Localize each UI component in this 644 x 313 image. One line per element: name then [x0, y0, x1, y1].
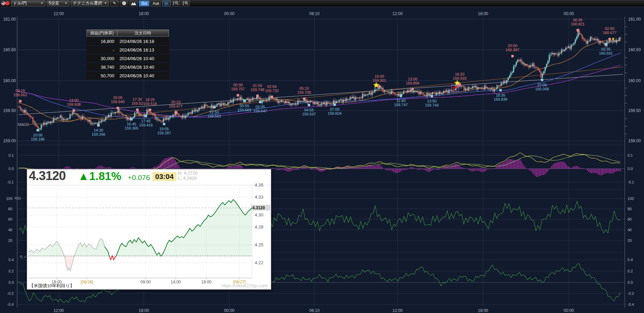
sell-marker — [511, 55, 514, 57]
svg-text:-0.1: -0.1 — [628, 180, 634, 184]
svg-text:14:00: 14:00 — [171, 280, 181, 284]
zoom-in-button[interactable] — [182, 1, 190, 6]
sell-marker — [237, 94, 239, 97]
candlestick-icon — [164, 1, 169, 5]
svg-text:07:00: 07:00 — [330, 107, 340, 111]
mountain-icon — [131, 2, 136, 5]
order-row[interactable]: 16,8002024/06/26 16:18 — [87, 37, 169, 45]
buy-marker — [334, 103, 336, 106]
svg-text:18:00: 18:00 — [478, 308, 488, 313]
svg-text:159.647: 159.647 — [253, 109, 267, 113]
order-row[interactable]: 38,7402024/06/26 10:40 — [87, 63, 169, 71]
toolbar: ドル/円 ▼ 5分足 ▼ テクニカル選択 ▼ ✎ i Bid Ask — [0, 0, 644, 7]
high-low-block: H: 4.2720 L: 4.2420 — [178, 170, 197, 181]
svg-text:10:40: 10:40 — [375, 74, 384, 78]
svg-text:159.663: 159.663 — [238, 108, 251, 112]
svg-text:22:50: 22:50 — [209, 110, 219, 114]
zoom-out-icon — [173, 1, 179, 5]
svg-text:159.186: 159.186 — [31, 137, 45, 141]
order-pl: 16,800 — [87, 37, 117, 45]
svg-text:159.563: 159.563 — [207, 114, 221, 118]
svg-text:09:00: 09:00 — [140, 280, 151, 284]
svg-text:160.00: 160.00 — [3, 78, 16, 83]
order-row[interactable]: 30,0002024/06/26 10:40 — [87, 55, 169, 62]
order-pl: 30,000 — [87, 55, 117, 62]
chart-style-button[interactable] — [129, 1, 138, 6]
svg-text:12:00: 12:00 — [392, 308, 403, 313]
svg-text:160.821: 160.821 — [571, 22, 585, 26]
svg-text:11:40: 11:40 — [396, 99, 406, 103]
svg-text:01:55: 01:55 — [253, 83, 262, 88]
svg-text:13:00: 13:00 — [408, 77, 417, 81]
sell-marker — [149, 109, 151, 111]
svg-text:4.28: 4.28 — [255, 224, 263, 230]
order-pl: 50,700 — [87, 72, 117, 79]
svg-text:159.839: 159.839 — [494, 97, 507, 101]
svg-text:0.1: 0.1 — [628, 153, 633, 157]
svg-text:00:00: 00:00 — [564, 11, 574, 16]
svg-text:-0.1: -0.1 — [7, 180, 14, 184]
svg-text:159.604: 159.604 — [328, 111, 342, 115]
zoom-out-button[interactable] — [172, 1, 180, 6]
svg-text:20: 20 — [8, 238, 12, 243]
svg-text:14:30: 14:30 — [94, 128, 103, 132]
popup-chart-title: 【米国債10年利回り】 — [29, 283, 74, 289]
buy-marker — [308, 104, 310, 106]
sell-marker — [256, 94, 259, 97]
svg-text:12:00: 12:00 — [54, 11, 64, 16]
ask-toggle-button[interactable]: Ask — [151, 1, 161, 6]
order-datetime: 2024/06/26 10:40 — [117, 55, 168, 62]
svg-text:4.33: 4.33 — [255, 194, 263, 200]
sell-marker — [577, 29, 579, 31]
draw-tool-button[interactable]: ✎ — [110, 1, 118, 6]
svg-text:159.661: 159.661 — [13, 93, 27, 97]
order-datetime: 2024/06/26 10:40 — [117, 63, 168, 71]
svg-text:20:00: 20:00 — [508, 44, 517, 48]
source-url: https://nikkei225jp.com/ — [221, 283, 268, 288]
svg-text:159.508: 159.508 — [67, 102, 81, 107]
svg-text:4.3120: 4.3120 — [252, 205, 265, 210]
low-label: L: 4.2420 — [178, 176, 197, 181]
svg-text:16:45: 16:45 — [127, 122, 136, 126]
svg-text:159.549: 159.549 — [111, 100, 125, 104]
svg-text:159.287: 159.287 — [157, 131, 171, 135]
bid-toggle-button[interactable]: Bid — [139, 1, 149, 6]
svg-text:18:00: 18:00 — [139, 11, 149, 16]
bond-yield-popup-window[interactable]: 19:00[06/26]09:0014:0019:00[06/27]4.354.… — [27, 169, 271, 290]
last-price-marker — [612, 38, 614, 40]
svg-text:02:50: 02:50 — [605, 26, 614, 31]
svg-text:160.50: 160.50 — [628, 47, 641, 52]
svg-text:20:10: 20:10 — [171, 100, 181, 104]
technical-select-button[interactable]: テクニカル選択 ▼ — [71, 1, 109, 6]
order-row[interactable]: 50,7002024/06/26 10:40 — [87, 72, 169, 79]
currency-pair-select[interactable]: ドル/円 ▼ — [11, 1, 45, 6]
svg-text:160.50: 160.50 — [3, 47, 16, 52]
svg-text:12:00: 12:00 — [392, 11, 403, 16]
order-row[interactable]: -2024/06/26 16:13 — [87, 46, 169, 54]
svg-text:04:55: 04:55 — [304, 108, 314, 112]
svg-text:22:05: 22:05 — [537, 83, 547, 87]
svg-text:02:05: 02:05 — [255, 105, 265, 109]
yield-line — [28, 200, 252, 271]
svg-text:100: 100 — [6, 197, 12, 201]
svg-text:00:30: 00:30 — [233, 83, 243, 87]
timeframe-select[interactable]: 5分足 ▼ — [47, 1, 69, 6]
svg-text:60: 60 — [8, 217, 12, 221]
candle-scale-button[interactable] — [162, 1, 171, 6]
svg-text:159.477: 159.477 — [169, 104, 183, 108]
svg-text:0.2: 0.2 — [628, 269, 633, 273]
svg-text:06:10: 06:10 — [309, 308, 320, 313]
svg-text:159.757: 159.757 — [231, 87, 245, 91]
svg-text:40: 40 — [628, 228, 632, 232]
buy-marker — [213, 106, 216, 108]
svg-text:159.748: 159.748 — [251, 88, 264, 92]
svg-text:159.365: 159.365 — [125, 126, 138, 130]
svg-text:18:25: 18:25 — [145, 98, 155, 102]
chevron-down-icon: ▼ — [65, 2, 67, 5]
svg-text:60: 60 — [628, 217, 632, 221]
info-button[interactable]: i — [120, 1, 128, 6]
svg-text:159.50: 159.50 — [3, 108, 16, 113]
popup-header: 4.3120 ▲1.81% +0.076 03:04 H: 4.2720 L: … — [27, 169, 271, 185]
currency-pair-label: ドル/円 — [13, 0, 27, 6]
buy-marker — [400, 95, 402, 97]
